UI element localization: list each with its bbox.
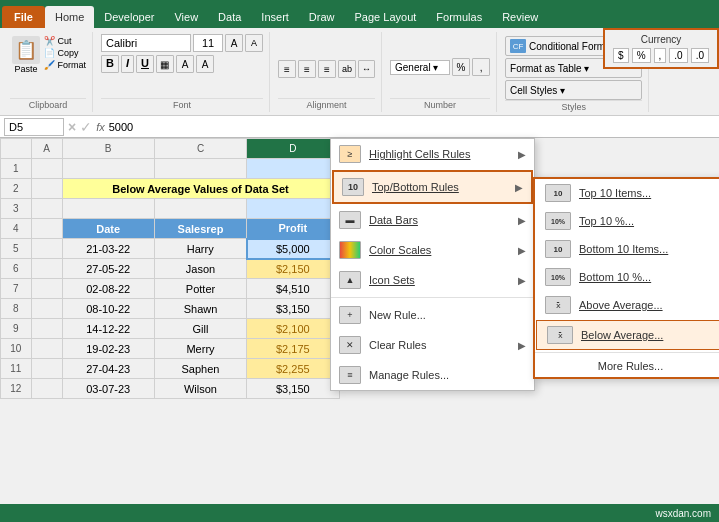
bottom10-icon: 10 xyxy=(545,240,571,258)
align-center-button[interactable]: ≡ xyxy=(298,60,316,78)
col-header-b[interactable]: B xyxy=(62,139,154,159)
clearrules-label: Clear Rules xyxy=(369,339,510,351)
color-scales-item[interactable]: Color Scales ▶ xyxy=(331,235,534,265)
decrease-font-button[interactable]: A xyxy=(245,34,263,52)
decrease-decimal-btn[interactable]: .0 xyxy=(691,48,709,63)
tab-developer[interactable]: Developer xyxy=(94,6,164,28)
databars-label: Data Bars xyxy=(369,214,510,226)
topbottom-icon: 10 xyxy=(342,178,364,196)
below-average[interactable]: x̄ Below Average... xyxy=(536,320,719,350)
formula-input[interactable] xyxy=(109,121,715,133)
increase-font-button[interactable]: A xyxy=(225,34,243,52)
file-tab[interactable]: File xyxy=(2,6,45,28)
paste-button[interactable]: 📋 Paste xyxy=(10,34,42,76)
title-bar: File Home Developer View Data Insert Dra… xyxy=(0,0,719,28)
new-rule-item[interactable]: + New Rule... xyxy=(331,300,534,330)
font-name-input[interactable] xyxy=(101,34,191,52)
bottom10pct-icon: 10% xyxy=(545,268,571,286)
wrap-text-button[interactable]: ab xyxy=(338,60,356,78)
merge-button[interactable]: ↔ xyxy=(358,60,375,78)
above-average[interactable]: x̄ Above Average... xyxy=(535,291,719,319)
table-row: 11 27-04-23 Saphen $2,255 xyxy=(1,359,340,379)
tab-review[interactable]: Review xyxy=(492,6,548,28)
header-date: Date xyxy=(62,219,154,239)
borders-button[interactable]: ▦ xyxy=(156,55,174,73)
tab-formulas[interactable]: Formulas xyxy=(426,6,492,28)
font-color-button[interactable]: A xyxy=(196,55,214,73)
row-3: 3 xyxy=(1,199,32,219)
clipboard-group: 📋 Paste ✂️ Cut 📄 Copy 🖌️ Format Clipboar… xyxy=(4,32,93,112)
font-size-input[interactable] xyxy=(193,34,223,52)
align-right-button[interactable]: ≡ xyxy=(318,60,336,78)
percent-button[interactable]: % xyxy=(452,58,470,76)
ribbon-tabs: File Home Developer View Data Insert Dra… xyxy=(0,0,719,28)
highlight-cells-rules-item[interactable]: ≥ Highlight Cells Rules ▶ xyxy=(331,139,534,169)
bottom10pct-label: Bottom 10 %... xyxy=(579,271,651,283)
tab-page-layout[interactable]: Page Layout xyxy=(345,6,427,28)
corner-cell xyxy=(1,139,32,159)
formula-fx: fx xyxy=(96,121,105,133)
databars-icon: ▬ xyxy=(339,211,361,229)
col-header-a[interactable]: A xyxy=(31,139,62,159)
clear-rules-item[interactable]: ✕ Clear Rules ▶ xyxy=(331,330,534,360)
morerules-label: More Rules... xyxy=(598,360,663,372)
fill-color-button[interactable]: A xyxy=(176,55,194,73)
format-painter-button[interactable]: 🖌️ Format xyxy=(44,60,86,70)
number-group: General ▾ % , Number xyxy=(384,32,497,112)
comma-button[interactable]: , xyxy=(472,58,490,76)
cut-button[interactable]: ✂️ Cut xyxy=(44,36,86,46)
underline-button[interactable]: U xyxy=(136,55,154,73)
iconsets-label: Icon Sets xyxy=(369,274,510,286)
alignment-group: ≡ ≡ ≡ ab ↔ Alignment xyxy=(272,32,382,112)
top10pct-label: Top 10 %... xyxy=(579,215,634,227)
cf-dropdown: ≥ Highlight Cells Rules ▶ 10 Top/Bottom … xyxy=(330,138,535,391)
italic-button[interactable]: I xyxy=(121,55,134,73)
tab-data[interactable]: Data xyxy=(208,6,251,28)
bottom-10-percent[interactable]: 10% Bottom 10 %... xyxy=(535,263,719,291)
table-row: 12 03-07-23 Wilson $3,150 xyxy=(1,379,340,399)
cell-styles-button[interactable]: Cell Styles ▾ xyxy=(505,80,642,100)
col-header-c[interactable]: C xyxy=(154,139,246,159)
table-row: 8 08-10-22 Shawn $3,150 xyxy=(1,299,340,319)
data-bars-item[interactable]: ▬ Data Bars ▶ xyxy=(331,205,534,235)
title-cell: Below Average Values of Data Set xyxy=(62,179,339,199)
belowavg-label: Below Average... xyxy=(581,329,663,341)
bottom-10-items[interactable]: 10 Bottom 10 Items... xyxy=(535,235,719,263)
top-bottom-rules-item[interactable]: 10 Top/Bottom Rules ▶ xyxy=(332,170,533,204)
databars-arrow: ▶ xyxy=(518,215,526,226)
manage-rules-item[interactable]: ≡ Manage Rules... xyxy=(331,360,534,390)
bold-button[interactable]: B xyxy=(101,55,119,73)
table-row: 7 02-08-22 Potter $4,510 xyxy=(1,279,340,299)
tab-draw[interactable]: Draw xyxy=(299,6,345,28)
table-row: 9 14-12-22 Gill $2,100 xyxy=(1,319,340,339)
icon-sets-item[interactable]: ▲ Icon Sets ▶ xyxy=(331,265,534,295)
styles-label: Styles xyxy=(505,100,642,112)
iconsets-icon: ▲ xyxy=(339,271,361,289)
comma-style-btn[interactable]: , xyxy=(654,48,667,63)
formula-bar: × ✓ fx xyxy=(0,116,719,138)
clearrules-icon: ✕ xyxy=(339,336,361,354)
watermark: wsxdan.com xyxy=(655,508,711,519)
more-rules[interactable]: More Rules... xyxy=(535,355,719,377)
increase-decimal-btn[interactable]: .0 xyxy=(669,48,687,63)
top10pct-icon: 10% xyxy=(545,212,571,230)
top-10-items[interactable]: 10 Top 10 Items... xyxy=(535,179,719,207)
col-header-d[interactable]: D xyxy=(247,139,339,159)
percent-btn[interactable]: % xyxy=(632,48,651,63)
managerules-label: Manage Rules... xyxy=(369,369,526,381)
number-format-selector[interactable]: General ▾ xyxy=(390,60,450,75)
dollar-button[interactable]: $ xyxy=(613,48,629,63)
name-box[interactable] xyxy=(4,118,64,136)
tbr-submenu: 10 Top 10 Items... 10% Top 10 %... 10 Bo… xyxy=(533,177,719,379)
number-label: Number xyxy=(390,98,490,110)
copy-button[interactable]: 📄 Copy xyxy=(44,48,86,58)
table-row: 10 19-02-23 Merry $2,175 xyxy=(1,339,340,359)
align-left-button[interactable]: ≡ xyxy=(278,60,296,78)
belowavg-icon: x̄ xyxy=(547,326,573,344)
top-10-percent[interactable]: 10% Top 10 %... xyxy=(535,207,719,235)
tab-home[interactable]: Home xyxy=(45,6,94,28)
highlight-label: Highlight Cells Rules xyxy=(369,148,510,160)
tab-view[interactable]: View xyxy=(164,6,208,28)
tab-insert[interactable]: Insert xyxy=(251,6,299,28)
row-1: 1 xyxy=(1,159,32,179)
